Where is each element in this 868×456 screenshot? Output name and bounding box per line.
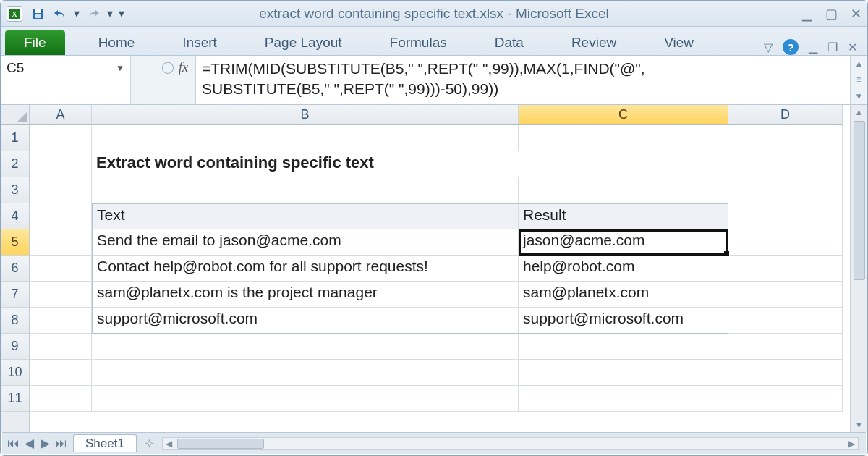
redo-dropdown-icon[interactable]: ▾ xyxy=(105,4,115,23)
close-icon[interactable]: ✕ xyxy=(851,6,861,22)
cell[interactable] xyxy=(728,229,843,256)
cell-result[interactable]: help@robot.com xyxy=(519,256,728,282)
cell[interactable] xyxy=(519,334,728,360)
new-sheet-icon[interactable]: ✧ xyxy=(144,436,155,452)
cell[interactable] xyxy=(728,203,843,229)
select-all-corner[interactable] xyxy=(1,105,29,125)
vertical-scrollbar[interactable]: ▲ ▼ xyxy=(850,105,867,432)
hscroll-thumb[interactable] xyxy=(177,439,264,449)
cell[interactable] xyxy=(728,386,843,412)
excel-icon[interactable]: X xyxy=(7,6,22,22)
row-header-4[interactable]: 4 xyxy=(1,203,29,229)
col-header-D[interactable]: D xyxy=(728,105,843,125)
name-box-dropdown-icon[interactable]: ▼ xyxy=(116,63,124,73)
tab-review[interactable]: Review xyxy=(558,30,629,55)
minimize-icon[interactable]: ▁ xyxy=(802,6,812,22)
row-header-9[interactable]: 9 xyxy=(1,334,29,360)
cell[interactable] xyxy=(30,151,92,177)
maximize-icon[interactable]: ▢ xyxy=(825,6,838,22)
cell[interactable] xyxy=(728,334,843,360)
scroll-thumb[interactable] xyxy=(854,121,865,280)
tab-data[interactable]: Data xyxy=(482,30,537,55)
cell[interactable] xyxy=(519,151,728,177)
row-header-11[interactable]: 11 xyxy=(1,386,29,412)
sheet-nav-next-icon[interactable]: ▶ xyxy=(37,436,53,451)
horizontal-scrollbar[interactable]: ◀ ▶ xyxy=(162,437,859,450)
cell[interactable] xyxy=(30,360,92,386)
cell[interactable] xyxy=(519,360,728,386)
cell[interactable] xyxy=(728,360,843,386)
row-header-8[interactable]: 8 xyxy=(1,308,29,334)
sheet-nav-prev-icon[interactable]: ◀ xyxy=(21,436,37,451)
formula-scroll-up-icon[interactable]: ▲ xyxy=(855,59,864,69)
redo-icon[interactable] xyxy=(83,4,103,23)
undo-dropdown-icon[interactable]: ▾ xyxy=(72,4,82,23)
table-header-text[interactable]: Text xyxy=(92,203,519,229)
save-icon[interactable] xyxy=(28,4,48,23)
cell[interactable] xyxy=(728,256,843,282)
cell[interactable] xyxy=(30,282,92,308)
cell[interactable] xyxy=(92,125,519,151)
formula-scroll-expand-icon[interactable]: ≡ xyxy=(856,75,861,85)
cell[interactable] xyxy=(30,203,92,229)
cell-result[interactable]: sam@planetx.com xyxy=(519,282,728,308)
cell-text[interactable]: sam@planetx.com is the project manager xyxy=(92,282,519,308)
cell[interactable] xyxy=(728,282,843,308)
col-header-A[interactable]: A xyxy=(30,105,92,125)
row-header-10[interactable]: 10 xyxy=(1,360,29,386)
qat-customize-icon[interactable]: ▾ xyxy=(116,4,127,23)
cells-area[interactable]: A B C D Extract word containing specific… xyxy=(30,105,850,432)
undo-icon[interactable] xyxy=(50,4,70,23)
formula-expand[interactable]: ▲ ≡ ▼ xyxy=(850,56,867,104)
cell[interactable] xyxy=(519,125,728,151)
fx-icon[interactable]: fx xyxy=(179,60,188,75)
tab-formulas[interactable]: Formulas xyxy=(377,30,460,55)
cell-result[interactable]: jason@acme.com xyxy=(519,229,728,256)
circle-icon[interactable]: ◯ xyxy=(161,60,174,74)
cell[interactable] xyxy=(728,151,843,177)
cell-text[interactable]: Contact help@robot.com for all support r… xyxy=(92,256,519,282)
row-header-6[interactable]: 6 xyxy=(1,256,29,282)
cell[interactable] xyxy=(728,308,843,334)
row-header-5[interactable]: 5 xyxy=(1,229,29,256)
cell[interactable] xyxy=(92,360,519,386)
hscroll-right-icon[interactable]: ▶ xyxy=(845,439,858,449)
cell[interactable] xyxy=(30,386,92,412)
col-header-B[interactable]: B xyxy=(92,105,519,125)
heading-cell[interactable]: Extract word containing specific text xyxy=(92,151,519,177)
cell[interactable] xyxy=(728,125,843,151)
table-header-result[interactable]: Result xyxy=(519,203,728,229)
cell[interactable] xyxy=(519,386,728,412)
cell[interactable] xyxy=(30,256,92,282)
cell-result[interactable]: support@microsoft.com xyxy=(519,308,728,334)
sheet-nav-first-icon[interactable]: ⏮ xyxy=(5,436,21,451)
formula-input[interactable]: =TRIM(MID(SUBSTITUTE(B5," ",REPT(" ",99)… xyxy=(196,56,850,104)
scroll-up-icon[interactable]: ▲ xyxy=(851,105,867,119)
cell[interactable] xyxy=(519,177,728,203)
cell[interactable] xyxy=(30,308,92,334)
cell-text[interactable]: Send the email to jason@acme.com xyxy=(92,229,519,256)
cell[interactable] xyxy=(92,334,519,360)
cell[interactable] xyxy=(92,177,519,203)
row-header-3[interactable]: 3 xyxy=(1,177,29,203)
cell-text[interactable]: support@microsoft.com xyxy=(92,308,519,334)
ribbon-minimize-icon[interactable]: ▽ xyxy=(764,41,773,54)
hscroll-left-icon[interactable]: ◀ xyxy=(163,439,176,449)
sheet-nav-last-icon[interactable]: ⏭ xyxy=(53,436,69,451)
cell[interactable] xyxy=(30,229,92,256)
doc-minimize-icon[interactable]: ▁ xyxy=(809,41,817,54)
cell[interactable] xyxy=(30,177,92,203)
tab-view[interactable]: View xyxy=(651,30,707,55)
row-header-1[interactable]: 1 xyxy=(1,125,29,151)
doc-restore-icon[interactable]: ❐ xyxy=(827,41,838,54)
scroll-down-icon[interactable]: ▼ xyxy=(851,418,867,432)
tab-page-layout[interactable]: Page Layout xyxy=(252,30,355,55)
name-box[interactable]: C5 ▼ xyxy=(1,56,131,104)
doc-close-icon[interactable]: ✕ xyxy=(848,41,857,54)
cell[interactable] xyxy=(30,334,92,360)
cell[interactable] xyxy=(728,177,843,203)
row-header-7[interactable]: 7 xyxy=(1,282,29,308)
cell[interactable] xyxy=(30,125,92,151)
sheet-tab-sheet1[interactable]: Sheet1 xyxy=(73,434,137,452)
formula-scroll-down-icon[interactable]: ▼ xyxy=(855,91,864,101)
